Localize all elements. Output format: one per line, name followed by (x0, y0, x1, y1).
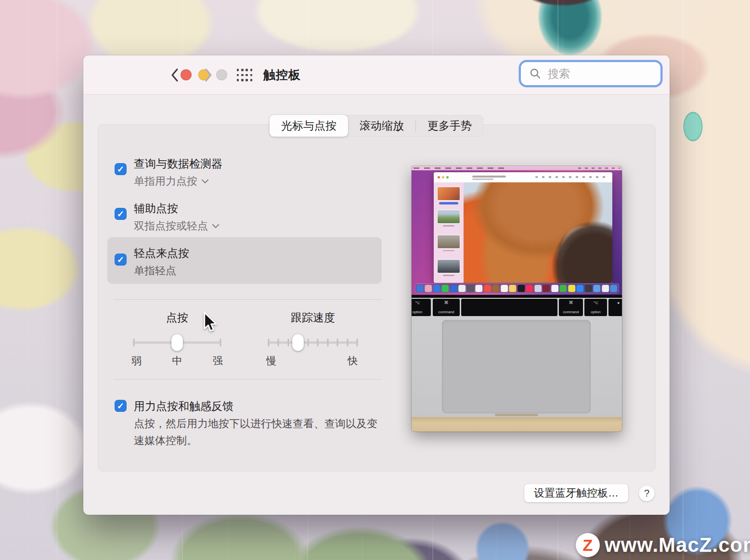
dock-app-icon (568, 285, 575, 292)
tab-bar: 光标与点按 滚动缩放 更多手势 (270, 115, 483, 137)
close-button[interactable] (181, 69, 192, 80)
lookup-sublabel: 单指用力点按 (134, 174, 197, 189)
photos-thumbnail-caption (443, 225, 454, 227)
mouse-cursor (201, 312, 218, 336)
secondary-click-checkbox[interactable]: ✓ (115, 208, 127, 220)
photos-thumbnail (438, 210, 460, 223)
zoom-button (216, 69, 227, 80)
dock-app-icon (416, 285, 424, 292)
chevron-down-icon (212, 224, 220, 229)
help-button[interactable]: ? (639, 485, 655, 501)
dock-app-icon (593, 285, 600, 292)
dock-app-icon (543, 285, 550, 292)
divider (114, 379, 382, 380)
tracking-slider[interactable] (269, 334, 357, 351)
dock (414, 283, 620, 293)
lookup-option: 查询与数据检测器 单指用力点按 (134, 156, 222, 189)
force-click-checkbox[interactable]: ✓ (115, 400, 127, 412)
click-slider[interactable] (134, 334, 220, 351)
setup-bluetooth-trackpad-button[interactable]: 设置蓝牙触控板… (524, 484, 628, 502)
dock-app-icon (551, 285, 558, 292)
tracking-slider-title: 跟踪速度 (269, 310, 357, 325)
dock-app-icon (610, 285, 617, 292)
photos-thumbnail (438, 260, 460, 273)
tap-to-click-label: 轻点来点按 (134, 246, 189, 261)
tick-label-slow: 慢 (266, 354, 276, 368)
tap-to-click-checkbox[interactable]: ✓ (115, 254, 127, 266)
photos-thumbnail-selected-label (439, 202, 458, 204)
demo-keyboard-deck: ⌥option⌘command⌘command⌥option◂ (412, 298, 622, 417)
force-click-label: 用力点按和触感反馈 (134, 399, 233, 414)
dock-app-icon (602, 285, 609, 292)
trackpad-demo-video: ⌥option⌘command⌘command⌥option◂ (412, 166, 622, 432)
lookup-sublabel-dropdown[interactable]: 单指用力点按 (134, 174, 222, 189)
dock-app-icon (467, 285, 474, 292)
checkmark-icon: ✓ (117, 209, 124, 219)
tick-label-fast: 快 (348, 354, 358, 368)
demo-close-dot (438, 176, 440, 178)
dock-app-icon (534, 285, 542, 292)
demo-trackpad (442, 320, 591, 413)
dock-app-icon (425, 285, 432, 292)
click-slider-thumb[interactable] (171, 334, 183, 351)
dock-app-icon (559, 285, 567, 292)
dock-app-icon (458, 285, 466, 292)
demo-minimize-dot (442, 176, 444, 178)
chevron-right-icon (204, 68, 213, 82)
slider-track (269, 342, 357, 344)
macz-logo-icon: Z (576, 533, 600, 557)
lookup-label: 查询与数据检测器 (134, 156, 222, 171)
keyboard-key: ◂ (608, 299, 622, 316)
click-slider-tick-labels: 弱 中 强 (134, 354, 220, 367)
chevron-left-icon (170, 68, 179, 82)
tracking-speed-slider-group: 跟踪速度 慢 快 (269, 310, 357, 367)
tab-point-and-click[interactable]: 光标与点按 (270, 115, 348, 137)
trackpad-preferences-window: 触控板 搜索 光标与点按 滚动缩放 更多手势 ✓ 查询与数据检测器 (83, 55, 670, 515)
demo-menu-bar (412, 166, 622, 170)
tick-label-medium: 中 (172, 354, 182, 368)
page-title: 触控板 (263, 67, 301, 83)
demo-photos-toolbar-blur (535, 176, 608, 178)
tab-more-gestures[interactable]: 更多手势 (416, 115, 483, 137)
show-all-grid-icon[interactable] (236, 68, 253, 82)
search-icon (530, 68, 541, 79)
tick-label-firm: 强 (213, 354, 223, 368)
secondary-click-sublabel: 双指点按或轻点 (134, 219, 208, 233)
dock-app-icon (585, 285, 592, 292)
demo-desk-surface (412, 417, 622, 432)
lookup-checkbox[interactable]: ✓ (115, 163, 127, 175)
photos-sidebar (434, 182, 464, 283)
secondary-click-option: 辅助点按 双指点按或轻点 (134, 201, 220, 233)
touchbar-keys: ⌥option⌘command⌘command⌥option◂ (412, 298, 622, 317)
tap-to-click-option: 轻点来点按 单指轻点 (134, 246, 189, 278)
photos-thumbnail-caption (443, 275, 454, 276)
forward-button[interactable] (201, 67, 216, 83)
keyboard-key: ⌥option (584, 299, 607, 316)
checkmark-icon: ✓ (117, 164, 124, 175)
secondary-click-label: 辅助点按 (134, 201, 220, 216)
desktop: 触控板 搜索 光标与点按 滚动缩放 更多手势 ✓ 查询与数据检测器 (0, 0, 750, 560)
dock-app-icon (492, 285, 499, 292)
keyboard-key: ⌥option (412, 299, 431, 316)
tracking-slider-thumb[interactable] (292, 334, 304, 351)
demo-photos-subtitle-blur (472, 178, 493, 180)
keyboard-key: ⌘command (433, 299, 460, 316)
dock-app-icon (509, 285, 516, 292)
keyboard-key: ⌘command (559, 299, 583, 316)
demo-zoom-dot (446, 176, 449, 178)
search-input[interactable]: 搜索 (519, 60, 662, 87)
tab-scroll-and-zoom[interactable]: 滚动缩放 (348, 115, 415, 137)
checkmark-icon: ✓ (117, 401, 124, 411)
demo-photos-titlebar (434, 172, 612, 183)
checkmark-icon: ✓ (117, 255, 124, 265)
title-bar[interactable]: 触控板 搜索 (83, 55, 670, 95)
trackpad-notch (495, 414, 538, 416)
secondary-click-sublabel-dropdown[interactable]: 双指点按或轻点 (134, 219, 220, 233)
dock-app-icon (501, 285, 508, 292)
dock-app-icon (475, 285, 482, 292)
photos-thumbnail (438, 235, 460, 248)
photos-thumbnail (438, 187, 460, 200)
back-button[interactable] (168, 67, 182, 83)
tick-label-weak: 弱 (131, 354, 142, 368)
dock-app-icon (450, 285, 457, 292)
